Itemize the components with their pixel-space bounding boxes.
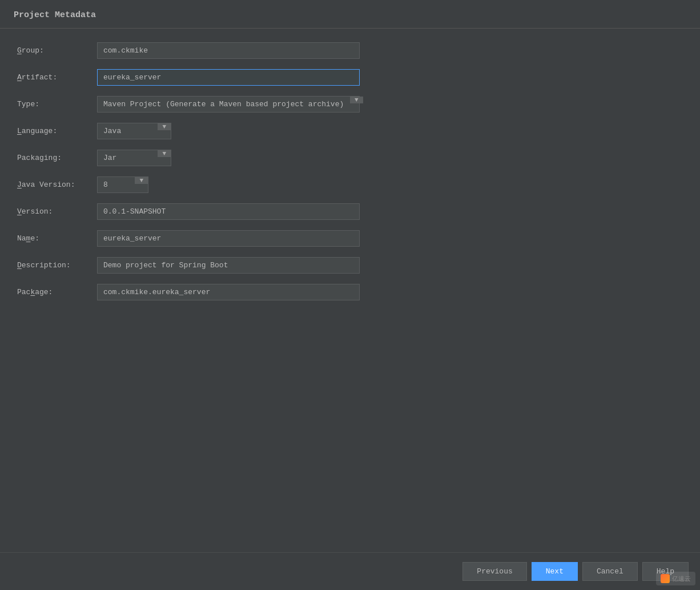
language-select[interactable]: Java Kotlin Groovy (98, 123, 158, 139)
watermark-icon (661, 574, 670, 583)
next-button[interactable]: Next (532, 562, 578, 581)
description-input[interactable] (97, 257, 360, 274)
dialog-content: Group: Artifact: Type: Maven Project (Ge… (0, 29, 700, 552)
packaging-row: Packaging: Jar War ▼ (17, 150, 683, 166)
java-version-row: Java Version: 8 11 17 ▼ (17, 176, 683, 193)
type-select[interactable]: Maven Project (Generate a Maven based pr… (98, 97, 350, 112)
artifact-row: Artifact: (17, 69, 683, 86)
language-row: Language: Java Kotlin Groovy ▼ (17, 123, 683, 139)
type-label: Type: (17, 100, 97, 109)
artifact-label: Artifact: (17, 73, 97, 82)
version-row: Version: (17, 203, 683, 220)
previous-button[interactable]: Previous (462, 562, 526, 581)
type-row: Type: Maven Project (Generate a Maven ba… (17, 96, 683, 113)
language-select-wrapper[interactable]: Java Kotlin Groovy ▼ (97, 123, 171, 139)
name-input[interactable] (97, 230, 360, 247)
version-label: Version: (17, 207, 97, 216)
description-label: Description: (17, 261, 97, 270)
version-input[interactable] (97, 203, 360, 220)
language-dropdown-icon: ▼ (158, 123, 171, 130)
group-label: Group: (17, 46, 97, 55)
java-version-label: Java Version: (17, 180, 97, 189)
java-version-select-wrapper[interactable]: 8 11 17 ▼ (97, 176, 148, 193)
cancel-button[interactable]: Cancel (582, 562, 638, 581)
packaging-label: Packaging: (17, 154, 97, 162)
dialog-title: Project Metadata (0, 0, 700, 29)
artifact-input[interactable] (97, 69, 360, 86)
group-row: Group: (17, 42, 683, 59)
package-row: Package: (17, 284, 683, 300)
project-metadata-dialog: Project Metadata Group: Artifact: Type: … (0, 0, 700, 590)
description-row: Description: (17, 257, 683, 274)
name-label: Name: (17, 234, 97, 243)
dialog-footer: Previous Next Cancel Help (0, 552, 700, 590)
name-row: Name: (17, 230, 683, 247)
java-version-dropdown-icon: ▼ (135, 177, 148, 184)
package-label: Package: (17, 288, 97, 296)
watermark-text: 亿速云 (672, 575, 691, 583)
language-label: Language: (17, 127, 97, 135)
java-version-select[interactable]: 8 11 17 (98, 177, 135, 192)
watermark: 亿速云 (656, 572, 695, 585)
type-select-wrapper[interactable]: Maven Project (Generate a Maven based pr… (97, 96, 360, 113)
type-dropdown-icon: ▼ (350, 97, 363, 103)
packaging-select[interactable]: Jar War (98, 150, 158, 166)
package-input[interactable] (97, 284, 360, 300)
packaging-select-wrapper[interactable]: Jar War ▼ (97, 150, 171, 166)
packaging-dropdown-icon: ▼ (158, 150, 171, 157)
group-input[interactable] (97, 42, 360, 59)
